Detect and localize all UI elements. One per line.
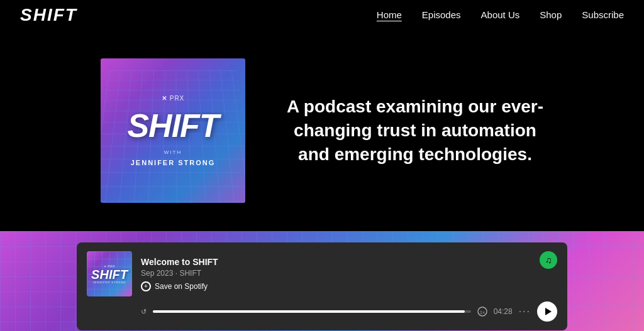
audio-player: ✕PRX SHIFT JENNIFER STRONG Welcome to SH… bbox=[77, 242, 567, 330]
nav-links: Home Episodes About Us Shop Subscribe bbox=[377, 9, 624, 21]
spotify-icon: ♫ bbox=[545, 255, 552, 265]
podcast-cover: ✕ PRX SHIFT WITH JENNIFER STRONG bbox=[101, 58, 245, 203]
progress-fill bbox=[153, 310, 465, 313]
hero-section: ✕ PRX SHIFT WITH JENNIFER STRONG A podca… bbox=[0, 30, 644, 231]
thumb-title: SHIFT bbox=[91, 268, 128, 281]
logo[interactable]: SHIFT bbox=[20, 5, 77, 25]
svg-text:1×: 1× bbox=[480, 310, 485, 315]
cover-title: SHIFT bbox=[127, 109, 218, 142]
thumb-host: JENNIFER STRONG bbox=[91, 281, 128, 284]
hero-tagline: A podcast examining our ever-changing tr… bbox=[283, 95, 547, 166]
cover-with: WITH bbox=[164, 149, 182, 155]
nav-subscribe[interactable]: Subscribe bbox=[582, 9, 624, 20]
player-section: ✕PRX SHIFT JENNIFER STRONG Welcome to SH… bbox=[0, 231, 644, 331]
nav-shop[interactable]: Shop bbox=[540, 9, 562, 20]
cover-host: JENNIFER STRONG bbox=[131, 159, 216, 166]
save-icon: + bbox=[141, 281, 151, 291]
time-display: 04:28 bbox=[494, 307, 513, 316]
navigation: SHIFT Home Episodes About Us Shop Subscr… bbox=[0, 0, 644, 30]
play-button[interactable] bbox=[537, 301, 557, 322]
nav-episodes[interactable]: Episodes bbox=[422, 9, 461, 20]
playback-speed[interactable]: 1× bbox=[477, 307, 487, 317]
speed-icon: 1× bbox=[477, 307, 487, 317]
nav-about[interactable]: About Us bbox=[481, 9, 520, 20]
player-controls: ↺ 1× 04:28 ··· bbox=[87, 301, 557, 322]
episode-title: Welcome to SHIFT bbox=[141, 257, 531, 267]
player-thumbnail: ✕PRX SHIFT JENNIFER STRONG bbox=[87, 251, 132, 296]
episode-meta: Sep 2023 · SHIFT bbox=[141, 269, 531, 278]
more-options-button[interactable]: ··· bbox=[519, 306, 531, 317]
prx-badge: ✕ PRX bbox=[162, 95, 185, 102]
play-icon bbox=[545, 308, 552, 315]
skip-back-icon[interactable]: ↺ bbox=[141, 308, 147, 316]
save-to-spotify[interactable]: + Save on Spotify bbox=[141, 281, 531, 291]
player-info: Welcome to SHIFT Sep 2023 · SHIFT + Save… bbox=[141, 257, 531, 291]
spotify-logo[interactable]: ♫ bbox=[540, 251, 557, 269]
nav-home[interactable]: Home bbox=[377, 9, 402, 20]
progress-bar[interactable] bbox=[153, 310, 471, 313]
